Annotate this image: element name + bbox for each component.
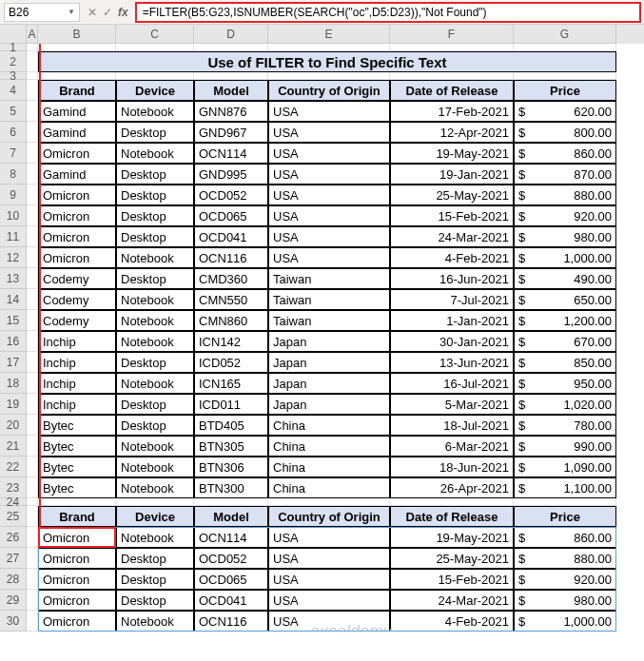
data-cell[interactable]: ICD011	[194, 394, 268, 415]
data-cell[interactable]: Notebook	[116, 101, 194, 122]
data-cell[interactable]: $920.00	[514, 569, 616, 590]
cell[interactable]	[27, 143, 38, 164]
cell[interactable]	[27, 352, 38, 373]
data-cell[interactable]: Notebook	[116, 143, 194, 164]
row-header-6[interactable]: 6	[0, 122, 27, 143]
col-header-e[interactable]: E	[268, 25, 390, 44]
data-cell[interactable]: $670.00	[514, 331, 616, 352]
row-header-9[interactable]: 9	[0, 185, 27, 205]
data-cell[interactable]: 19-May-2021	[390, 527, 514, 548]
cell[interactable]	[38, 44, 116, 51]
data-cell[interactable]: Bytec	[38, 457, 116, 477]
row-header-10[interactable]: 10	[0, 205, 27, 226]
data-cell[interactable]: Inchip	[38, 331, 116, 352]
data-cell[interactable]: Inchip	[38, 373, 116, 394]
data-cell[interactable]: 15-Feb-2021	[390, 569, 514, 590]
cell[interactable]	[390, 72, 514, 80]
enter-icon[interactable]: ✓	[103, 6, 112, 19]
data-cell[interactable]: Inchip	[38, 394, 116, 415]
header-model[interactable]: Model	[194, 506, 268, 527]
data-cell[interactable]: ICD052	[194, 352, 268, 373]
data-cell[interactable]: Japan	[268, 352, 390, 373]
data-cell[interactable]: 6-Mar-2021	[390, 436, 514, 457]
data-cell[interactable]: CMD360	[194, 268, 268, 289]
cell[interactable]	[390, 44, 514, 51]
cell[interactable]	[27, 289, 38, 310]
data-cell[interactable]: $860.00	[514, 527, 616, 548]
cancel-icon[interactable]: ✕	[88, 6, 97, 19]
data-cell[interactable]: Omicron	[38, 527, 116, 548]
data-cell[interactable]: Omicron	[38, 611, 116, 632]
data-cell[interactable]: 19-May-2021	[390, 143, 514, 164]
col-header-a[interactable]: A	[27, 25, 38, 44]
data-cell[interactable]: GND995	[194, 164, 268, 185]
cell[interactable]	[27, 548, 38, 569]
data-cell[interactable]: 16-Jun-2021	[390, 268, 514, 289]
cell[interactable]	[27, 44, 38, 51]
cell[interactable]	[27, 331, 38, 352]
data-cell[interactable]: 25-May-2021	[390, 185, 514, 205]
data-cell[interactable]: 17-Feb-2021	[390, 101, 514, 122]
data-cell[interactable]: Notebook	[116, 247, 194, 268]
data-cell[interactable]: $860.00	[514, 143, 616, 164]
cell[interactable]	[116, 72, 194, 80]
data-cell[interactable]: USA	[268, 611, 390, 632]
cell[interactable]	[27, 205, 38, 226]
data-cell[interactable]: Notebook	[116, 457, 194, 477]
title-cell[interactable]: Use of FILTER to Find Specific Text	[38, 51, 616, 72]
data-cell[interactable]: Desktop	[116, 352, 194, 373]
name-box[interactable]: B26 ▼	[4, 3, 80, 22]
data-cell[interactable]: OCD041	[194, 590, 268, 611]
data-cell[interactable]: 19-Jan-2021	[390, 164, 514, 185]
data-cell[interactable]: Taiwan	[268, 268, 390, 289]
data-cell[interactable]: Omicron	[38, 548, 116, 569]
cell[interactable]	[27, 247, 38, 268]
data-cell[interactable]: Desktop	[116, 185, 194, 205]
data-cell[interactable]: USA	[268, 527, 390, 548]
data-cell[interactable]: China	[268, 457, 390, 477]
cell[interactable]	[27, 611, 38, 632]
data-cell[interactable]: 25-May-2021	[390, 548, 514, 569]
data-cell[interactable]: OCD065	[194, 205, 268, 226]
header-price[interactable]: Price	[514, 506, 616, 527]
data-cell[interactable]: Omicron	[38, 143, 116, 164]
cell[interactable]	[27, 506, 38, 527]
data-cell[interactable]: China	[268, 415, 390, 436]
data-cell[interactable]: $880.00	[514, 185, 616, 205]
data-cell[interactable]: $1,000.00	[514, 247, 616, 268]
header-country[interactable]: Country of Origin	[268, 506, 390, 527]
header-price[interactable]: Price	[514, 80, 616, 101]
cells-area[interactable]: exceldemy EXCEL · DATA · BI Use of FILTE…	[27, 44, 644, 632]
data-cell[interactable]: $490.00	[514, 268, 616, 289]
cell[interactable]	[27, 72, 38, 80]
data-cell[interactable]: Codemy	[38, 310, 116, 331]
data-cell[interactable]: $950.00	[514, 373, 616, 394]
data-cell[interactable]: BTN306	[194, 457, 268, 477]
data-cell[interactable]: Bytec	[38, 477, 116, 498]
data-cell[interactable]: 1-Jan-2021	[390, 310, 514, 331]
row-header-5[interactable]: 5	[0, 101, 27, 122]
data-cell[interactable]: $620.00	[514, 101, 616, 122]
row-header-18[interactable]: 18	[0, 373, 27, 394]
cell[interactable]	[27, 569, 38, 590]
data-cell[interactable]: $1,000.00	[514, 611, 616, 632]
cell[interactable]	[27, 122, 38, 143]
col-header-f[interactable]: F	[390, 25, 514, 44]
data-cell[interactable]: GND967	[194, 122, 268, 143]
data-cell[interactable]: 24-Mar-2021	[390, 590, 514, 611]
data-cell[interactable]: Omicron	[38, 185, 116, 205]
row-header-24[interactable]: 24	[0, 498, 27, 506]
data-cell[interactable]: USA	[268, 164, 390, 185]
row-header-19[interactable]: 19	[0, 394, 27, 415]
data-cell[interactable]: 16-Jul-2021	[390, 373, 514, 394]
cell[interactable]	[27, 527, 38, 548]
data-cell[interactable]: 4-Feb-2021	[390, 611, 514, 632]
data-cell[interactable]: Notebook	[116, 331, 194, 352]
data-cell[interactable]: USA	[268, 122, 390, 143]
header-date[interactable]: Date of Release	[390, 80, 514, 101]
data-cell[interactable]: $650.00	[514, 289, 616, 310]
row-header-20[interactable]: 20	[0, 415, 27, 436]
col-header-c[interactable]: C	[116, 25, 194, 44]
row-header-8[interactable]: 8	[0, 164, 27, 185]
data-cell[interactable]: Bytec	[38, 436, 116, 457]
